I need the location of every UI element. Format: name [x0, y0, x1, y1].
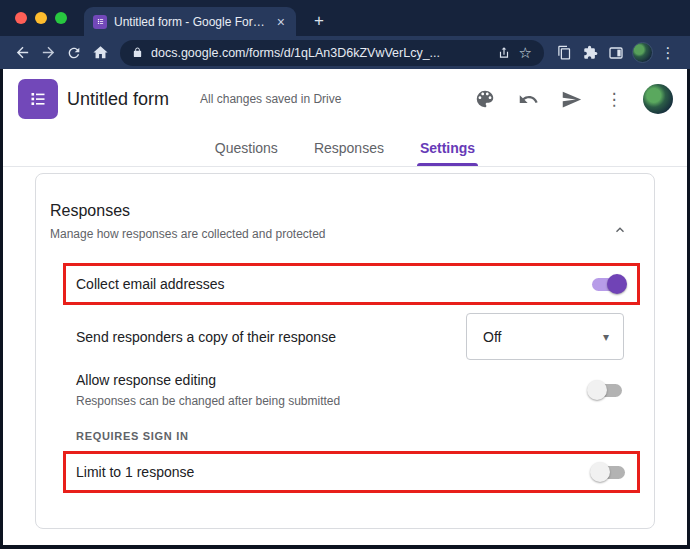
setting-label: Collect email addresses	[76, 276, 225, 292]
profile-avatar[interactable]	[629, 40, 655, 66]
close-window-button[interactable]	[15, 12, 27, 24]
annotation-highlight-limit-one: Limit to 1 response	[63, 451, 640, 493]
setting-row-allow-edit: Allow response editing Responses can be …	[76, 372, 624, 408]
collect-email-toggle[interactable]	[590, 274, 627, 294]
tab-responses[interactable]: Responses	[311, 129, 387, 166]
forms-logo-icon[interactable]	[18, 79, 58, 119]
more-options-icon[interactable]: ⋮	[601, 86, 627, 112]
send-icon[interactable]	[558, 86, 584, 112]
copy-pages-icon[interactable]	[551, 40, 577, 66]
annotation-highlight-collect-email: Collect email addresses	[63, 263, 640, 305]
browser-window: Untitled form - Google Forms × + docs.go…	[0, 0, 690, 549]
requires-sign-in-label: REQUIRES SIGN IN	[76, 430, 654, 442]
setting-label: Send responders a copy of their response	[76, 329, 336, 345]
setting-row-limit-one: Limit to 1 response	[76, 462, 627, 482]
tab-questions[interactable]: Questions	[212, 129, 281, 166]
setting-row-send-copy: Send responders a copy of their response…	[76, 313, 624, 360]
card-header: Responses Manage how responses are colle…	[36, 174, 654, 241]
share-icon[interactable]	[497, 46, 511, 60]
home-icon[interactable]	[87, 40, 113, 66]
tab-title: Untitled form - Google Forms	[114, 15, 268, 29]
minimize-window-button[interactable]	[35, 12, 47, 24]
forward-icon[interactable]	[35, 40, 61, 66]
address-bar[interactable]: docs.google.com/forms/d/1qLAn3D6kZVwVerL…	[120, 40, 544, 66]
limit-one-toggle[interactable]	[590, 462, 627, 482]
forms-favicon-icon	[93, 15, 107, 29]
browser-menu-icon[interactable]: ⋮	[655, 40, 681, 66]
theme-palette-icon[interactable]	[472, 86, 498, 112]
forms-header: Untitled form All changes saved in Drive…	[3, 69, 687, 129]
close-tab-icon[interactable]: ×	[275, 15, 287, 29]
account-avatar[interactable]	[643, 84, 673, 114]
responses-settings-card: Responses Manage how responses are colle…	[35, 173, 655, 529]
forms-nav-tabs: Questions Responses Settings	[3, 129, 687, 167]
document-title[interactable]: Untitled form	[67, 89, 169, 110]
setting-label: Limit to 1 response	[76, 464, 194, 480]
allow-edit-toggle[interactable]	[587, 380, 624, 400]
setting-row-collect-email: Collect email addresses	[76, 274, 627, 294]
lock-icon[interactable]	[132, 47, 143, 58]
reload-icon[interactable]	[61, 40, 87, 66]
new-tab-button[interactable]: +	[308, 10, 330, 32]
undo-icon[interactable]	[515, 86, 541, 112]
tab-settings[interactable]: Settings	[417, 129, 478, 166]
collapse-chevron-icon[interactable]	[608, 218, 632, 242]
dropdown-selected-value: Off	[483, 329, 501, 345]
section-title: Responses	[50, 202, 638, 220]
url-text: docs.google.com/forms/d/1qLAn3D6kZVwVerL…	[151, 46, 489, 60]
browser-tab-strip: Untitled form - Google Forms × +	[0, 0, 690, 36]
settings-content: Responses Manage how responses are colle…	[3, 168, 687, 545]
extensions-puzzle-icon[interactable]	[577, 40, 603, 66]
bookmark-star-icon[interactable]: ☆	[519, 45, 532, 60]
send-copy-dropdown[interactable]: Off ▾	[466, 313, 624, 360]
section-subtitle: Manage how responses are collected and p…	[50, 227, 638, 241]
side-panel-icon[interactable]	[603, 40, 629, 66]
forms-page: Untitled form All changes saved in Drive…	[3, 69, 687, 545]
back-icon[interactable]	[9, 40, 35, 66]
browser-toolbar: docs.google.com/forms/d/1qLAn3D6kZVwVerL…	[0, 36, 690, 69]
zoom-window-button[interactable]	[55, 12, 67, 24]
window-controls	[15, 12, 67, 24]
save-status: All changes saved in Drive	[200, 92, 341, 106]
setting-sublabel: Responses can be changed after being sub…	[76, 394, 340, 408]
browser-tab[interactable]: Untitled form - Google Forms ×	[84, 7, 296, 36]
setting-label: Allow response editing	[76, 372, 340, 388]
dropdown-caret-icon: ▾	[603, 330, 609, 344]
